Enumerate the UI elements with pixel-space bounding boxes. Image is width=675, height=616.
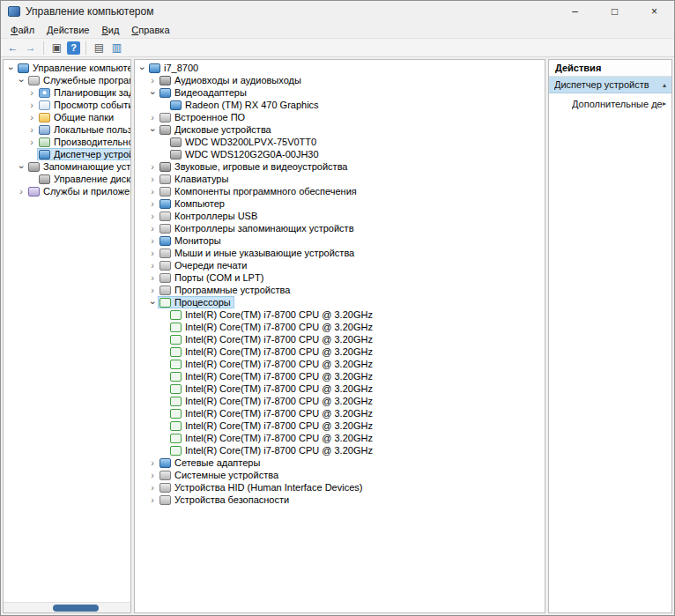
maximize-button[interactable]: □ bbox=[595, 1, 634, 22]
chevron-right-icon[interactable]: › bbox=[147, 471, 158, 480]
chevron-right-icon[interactable]: › bbox=[147, 249, 158, 258]
chevron-right-icon[interactable]: › bbox=[147, 187, 158, 197]
device-tree-item[interactable]: ›Дисковые устройства bbox=[135, 123, 545, 136]
chevron-right-icon[interactable]: › bbox=[147, 224, 158, 234]
device-tree-item[interactable]: ›Устройства HID (Human Interface Devices… bbox=[135, 481, 545, 494]
device-tree-item[interactable]: Intel(R) Core(TM) i7-8700 CPU @ 3.20GHz bbox=[135, 358, 545, 370]
device-tree-item[interactable]: WDC WD3200LPVX-75V0TT0 bbox=[135, 136, 545, 148]
device-tree-item[interactable]: ›Процессоры bbox=[135, 296, 545, 308]
console-tree-item[interactable]: ›Службы и приложения bbox=[4, 185, 130, 197]
console-tree-item[interactable]: ›Управление компьютером (л bbox=[4, 62, 130, 74]
device-tree-item[interactable]: ›Компоненты программного обеспечения bbox=[135, 185, 545, 197]
device-tree-item[interactable]: ›Контроллеры запоминающих устройств bbox=[135, 222, 545, 234]
device-tree-item[interactable]: ›Аудиовходы и аудиовыходы bbox=[135, 74, 545, 86]
chevron-down-icon[interactable]: › bbox=[17, 161, 26, 172]
device-tree-item[interactable]: ›Системные устройства bbox=[135, 469, 545, 481]
export-list-icon[interactable]: ▤ bbox=[92, 41, 107, 56]
help-icon[interactable]: ? bbox=[67, 41, 80, 55]
chevron-right-icon[interactable]: › bbox=[147, 174, 158, 184]
console-tree-item[interactable]: ›Запоминающие устройст bbox=[4, 160, 130, 173]
console-tree-item[interactable]: ›Локальные пользовател bbox=[4, 123, 130, 136]
chevron-right-icon[interactable]: › bbox=[147, 286, 158, 295]
chevron-right-icon[interactable]: › bbox=[147, 261, 158, 271]
chevron-down-icon[interactable]: › bbox=[148, 87, 158, 98]
chevron-right-icon[interactable]: › bbox=[147, 236, 158, 246]
chevron-right-icon[interactable]: › bbox=[26, 88, 37, 98]
chevron-right-icon[interactable]: › bbox=[147, 199, 158, 209]
chevron-right-icon[interactable]: › bbox=[147, 113, 158, 122]
device-tree-item[interactable]: ›Звуковые, игровые и видеоустройства bbox=[135, 160, 545, 173]
chevron-right-icon[interactable]: › bbox=[147, 458, 158, 468]
menu-item-3[interactable]: Справка bbox=[125, 24, 175, 36]
title-bar[interactable]: Управление компьютером – □ × bbox=[1, 1, 674, 22]
chevron-down-icon[interactable]: › bbox=[148, 297, 158, 308]
chevron-right-icon[interactable]: › bbox=[26, 125, 37, 135]
chevron-right-icon[interactable]: › bbox=[147, 76, 158, 85]
show-console-tree-icon[interactable]: ▣ bbox=[49, 41, 64, 56]
computer-icon bbox=[159, 199, 171, 209]
device-tree-item[interactable]: ›Сетевые адаптеры bbox=[135, 456, 545, 469]
device-tree-item[interactable]: Intel(R) Core(TM) i7-8700 CPU @ 3.20GHz bbox=[135, 395, 545, 407]
chevron-right-icon[interactable]: › bbox=[16, 187, 26, 197]
device-tree-item[interactable]: WDC WDS120G2G0A-00JH30 bbox=[135, 148, 545, 160]
menu-item-2[interactable]: Вид bbox=[95, 24, 125, 36]
chevron-down-icon[interactable]: › bbox=[6, 63, 16, 73]
chevron-right-icon[interactable]: › bbox=[26, 137, 37, 147]
chevron-right-icon[interactable]: › bbox=[26, 113, 37, 122]
device-tree-item[interactable]: ›Компьютер bbox=[135, 197, 545, 210]
device-tree-item[interactable]: ›Встроенное ПО bbox=[135, 111, 545, 123]
chevron-right-icon[interactable]: › bbox=[147, 495, 158, 505]
device-tree-item[interactable]: ›Видеоадаптеры bbox=[135, 86, 545, 99]
device-tree-item[interactable]: ›Мониторы bbox=[135, 234, 545, 247]
device-tree-item[interactable]: ›Мыши и иные указывающие устройства bbox=[135, 247, 545, 259]
device-tree-item[interactable]: ›Устройства безопасности bbox=[135, 494, 545, 506]
device-tree-item[interactable]: Intel(R) Core(TM) i7-8700 CPU @ 3.20GHz bbox=[135, 370, 545, 382]
tree-item-label: WDC WD3200LPVX-75V0TT0 bbox=[185, 137, 316, 147]
hscroll-thumb[interactable] bbox=[53, 605, 99, 612]
device-tree-item[interactable]: Intel(R) Core(TM) i7-8700 CPU @ 3.20GHz bbox=[135, 345, 545, 358]
chevron-right-icon[interactable]: › bbox=[147, 162, 158, 172]
chevron-right-icon[interactable]: › bbox=[147, 483, 158, 493]
actions-section-device-manager[interactable]: Диспетчер устройств ▴ bbox=[549, 77, 671, 93]
device-tree-item[interactable]: Intel(R) Core(TM) i7-8700 CPU @ 3.20GHz bbox=[135, 308, 545, 321]
console-tree-item[interactable]: ›Просмотр событий bbox=[4, 99, 130, 111]
actions-more-actions[interactable]: Дополнительные дей... ▸ bbox=[549, 95, 671, 112]
device-tree-item[interactable]: ›Очереди печати bbox=[135, 259, 545, 271]
console-tree-item[interactable]: Управление дисками bbox=[4, 173, 130, 185]
horizontal-scrollbar[interactable] bbox=[4, 602, 130, 612]
devices-screen-icon[interactable]: ▥ bbox=[109, 41, 124, 56]
tree-item-label: Звуковые, игровые и видеоустройства bbox=[174, 161, 348, 172]
chevron-up-icon[interactable]: ▴ bbox=[663, 81, 666, 89]
tools-icon bbox=[28, 76, 40, 85]
forward-arrow-icon[interactable]: → bbox=[23, 41, 38, 56]
menu-item-1[interactable]: Действие bbox=[41, 24, 95, 36]
device-tree-item[interactable]: ›Клавиатуры bbox=[135, 173, 545, 185]
device-tree-item[interactable]: Radeon (TM) RX 470 Graphics bbox=[135, 99, 545, 111]
chevron-down-icon[interactable]: › bbox=[137, 63, 147, 73]
device-tree-item[interactable]: Intel(R) Core(TM) i7-8700 CPU @ 3.20GHz bbox=[135, 407, 545, 419]
chevron-down-icon[interactable]: › bbox=[17, 75, 26, 85]
device-tree-item[interactable]: Intel(R) Core(TM) i7-8700 CPU @ 3.20GHz bbox=[135, 432, 545, 444]
chevron-right-icon[interactable]: › bbox=[26, 100, 37, 110]
close-button[interactable]: × bbox=[634, 1, 674, 22]
menu-item-0[interactable]: Файл bbox=[4, 24, 41, 36]
console-tree-item[interactable]: ›Общие папки bbox=[4, 111, 130, 123]
device-tree-item[interactable]: Intel(R) Core(TM) i7-8700 CPU @ 3.20GHz bbox=[135, 444, 545, 456]
device-tree-item[interactable]: Intel(R) Core(TM) i7-8700 CPU @ 3.20GHz bbox=[135, 333, 545, 345]
device-tree-item[interactable]: Intel(R) Core(TM) i7-8700 CPU @ 3.20GHz bbox=[135, 382, 545, 395]
console-tree-item[interactable]: ›Служебные программы bbox=[4, 74, 130, 86]
chevron-down-icon[interactable]: › bbox=[148, 124, 158, 135]
device-tree-item[interactable]: ›Программные устройства bbox=[135, 284, 545, 296]
chevron-right-icon[interactable]: › bbox=[147, 273, 158, 283]
device-tree-item[interactable]: Intel(R) Core(TM) i7-8700 CPU @ 3.20GHz bbox=[135, 321, 545, 333]
console-tree-item[interactable]: ›Производительность bbox=[4, 136, 130, 148]
back-arrow-icon[interactable]: ← bbox=[5, 41, 20, 56]
console-tree-item[interactable]: ›Планировщик заданий bbox=[4, 86, 130, 99]
device-tree-item[interactable]: Intel(R) Core(TM) i7-8700 CPU @ 3.20GHz bbox=[135, 419, 545, 432]
console-tree-item[interactable]: Диспетчер устройств bbox=[4, 148, 130, 160]
minimize-button[interactable]: – bbox=[555, 1, 595, 22]
device-tree-item[interactable]: ›Порты (COM и LPT) bbox=[135, 271, 545, 284]
device-tree-item[interactable]: ›Контроллеры USB bbox=[135, 210, 545, 222]
device-tree-item[interactable]: ›i7_8700 bbox=[135, 62, 545, 74]
chevron-right-icon[interactable]: › bbox=[147, 212, 158, 221]
